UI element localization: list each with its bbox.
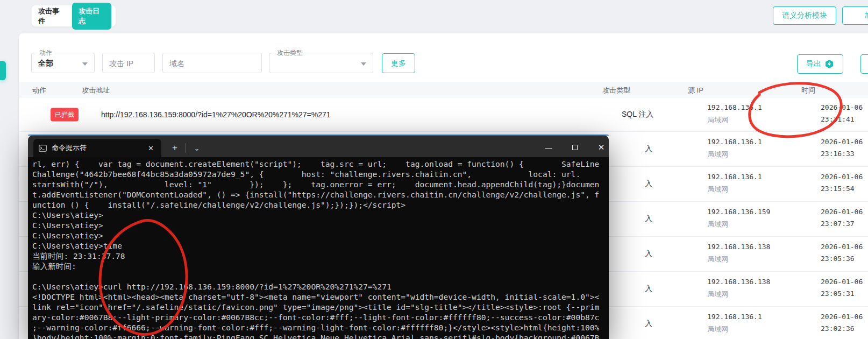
more-filters-button[interactable]: 更多 [382, 53, 415, 73]
refresh-button-cut[interactable]: 刷 [860, 54, 868, 74]
semantic-analysis-button[interactable]: 语义分析模块 [773, 6, 836, 25]
network-label: 局域网 [707, 324, 728, 334]
network-label: 局域网 [707, 185, 728, 194]
attack-type-fragment: 入 [645, 179, 652, 189]
terminal-tab[interactable]: 命令提示符 ✕ [33, 139, 161, 157]
chevron-down-icon [82, 62, 88, 66]
source-ip: 192.168.136.1 [707, 103, 762, 111]
attack-type: SQL 注入 [622, 110, 653, 119]
col-url: 攻击地址 [82, 86, 110, 95]
table-row[interactable]: 已拦截http://192.168.136.159:8000/?id=1%27%… [19, 97, 868, 132]
domain-input[interactable]: 域名 [162, 53, 262, 73]
source-ip: 192.168.136.1 [707, 313, 762, 321]
attack-date: 2026-01-06 [821, 103, 863, 111]
attack-type-fragment: 入 [645, 214, 652, 224]
attack-date: 2026-01-06 [821, 243, 863, 251]
attack-ip-placeholder: 攻击 IP [109, 59, 133, 69]
col-type: 攻击类型 [602, 86, 630, 95]
source-ip: 192.168.136.138 [707, 278, 770, 286]
table-header: 动作 攻击地址 攻击类型 源 IP 时间 [19, 82, 868, 97]
maximize-icon [572, 145, 578, 150]
export-button-label: 导出 [806, 59, 821, 69]
terminal-output: rl, err) { var tag = document.createElem… [28, 157, 609, 339]
blocked-badge: 已拦截 [51, 108, 79, 121]
attack-time: 23:16:33 [821, 150, 855, 158]
attack-time: 23:02:36 [821, 324, 855, 333]
attack-time: 23:05:31 [821, 289, 855, 298]
attack-date: 2026-01-06 [821, 208, 863, 216]
source-ip: 192.168.136.1 [707, 138, 762, 146]
network-label: 局域网 [707, 150, 728, 159]
action-select[interactable]: 动作 全部 [31, 53, 95, 73]
col-action: 动作 [32, 86, 46, 95]
attack-date: 2026-01-06 [821, 278, 863, 286]
attack-date: 2026-01-06 [821, 138, 863, 146]
terminal-body[interactable]: rl, err) { var tag = document.createElem… [28, 157, 609, 339]
tab-dropdown-icon[interactable]: ⌄ [189, 140, 204, 156]
cmd-icon [39, 145, 47, 152]
attack-type-select-label: 攻击类型 [275, 49, 305, 56]
attack-time: 23:05:36 [821, 255, 855, 263]
network-label: 局域网 [707, 220, 728, 229]
attack-time: 23:07:37 [821, 220, 855, 228]
attack-type-select[interactable]: 攻击类型 [269, 53, 373, 73]
source-ip: 192.168.136.1 [707, 173, 762, 181]
attack-url: http://192.168.136.159:8000/?id=1%27%20O… [101, 110, 331, 119]
titlebar-divider [185, 143, 186, 153]
attack-time: 23:15:54 [821, 185, 855, 193]
network-label: 局域网 [707, 255, 728, 264]
export-button[interactable]: 导出 [797, 54, 843, 74]
col-source-ip: 源 IP [688, 86, 703, 95]
network-label: 局域网 [707, 289, 728, 299]
source-ip: 192.168.136.138 [707, 243, 770, 251]
enhance-button-cut[interactable]: 加强 [842, 6, 868, 25]
attack-ip-input[interactable]: 攻击 IP [102, 53, 155, 73]
tab-close-icon[interactable]: ✕ [146, 144, 156, 152]
terminal-tab-title: 命令提示符 [52, 143, 141, 153]
close-button[interactable]: ✕ [589, 137, 614, 158]
col-time: 时间 [801, 86, 815, 95]
tab-attack-events[interactable]: 攻击事件 [36, 3, 67, 29]
action-select-value: 全部 [38, 59, 53, 68]
lightning-hexagon-icon [824, 59, 834, 69]
action-select-label: 动作 [37, 49, 54, 56]
drawer-handle[interactable] [0, 61, 6, 80]
source-ip: 192.168.136.159 [707, 208, 770, 216]
attack-type-fragment: 入 [645, 284, 652, 294]
attack-date: 2026-01-06 [821, 173, 863, 181]
log-tab-switcher: 攻击事件 攻击日志 [31, 5, 116, 27]
attack-date: 2026-01-06 [821, 313, 863, 321]
minimize-button[interactable]: — [536, 137, 561, 158]
attack-time: 23:31:41 [821, 115, 855, 123]
maximize-button[interactable] [563, 137, 587, 158]
terminal-window: 命令提示符 ✕ + ⌄ — ✕ rl, err) { var tag = doc… [28, 135, 609, 339]
chevron-down-icon [361, 62, 366, 66]
domain-placeholder: 域名 [169, 59, 184, 69]
terminal-titlebar[interactable]: 命令提示符 ✕ + ⌄ — ✕ [28, 136, 609, 157]
attack-type-fragment: 入 [645, 249, 652, 259]
new-tab-icon[interactable]: + [167, 140, 183, 156]
tab-attack-logs[interactable]: 攻击日志 [72, 3, 111, 30]
network-label: 局域网 [707, 115, 728, 125]
attack-type-fragment: 入 [645, 144, 652, 154]
attack-type-fragment: 入 [645, 319, 652, 329]
